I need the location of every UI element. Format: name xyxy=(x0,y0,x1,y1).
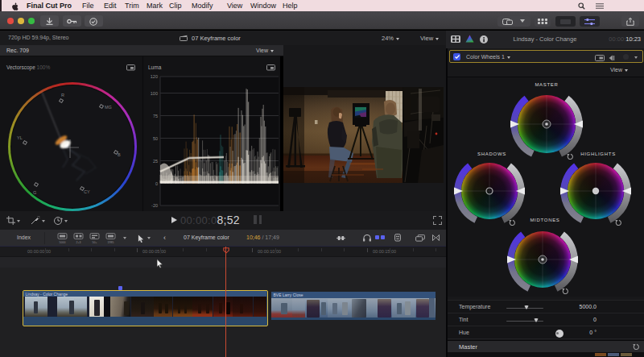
svg-text:MG: MG xyxy=(105,105,112,110)
svg-text:YL: YL xyxy=(17,135,23,140)
svg-text:5000: 5000 xyxy=(60,241,66,244)
svg-text:0: 0 xyxy=(155,181,158,186)
svg-text:B: B xyxy=(118,152,121,157)
svg-text:R: R xyxy=(61,93,64,98)
svg-text:25: 25 xyxy=(153,159,158,164)
svg-text:50+: 50+ xyxy=(93,241,97,244)
svg-text:G: G xyxy=(33,190,36,195)
svg-text:-20: -20 xyxy=(151,203,158,208)
svg-text:1985: 1985 xyxy=(108,241,114,244)
svg-text:2+3: 2+3 xyxy=(76,241,81,244)
svg-text:50: 50 xyxy=(153,136,158,141)
svg-text:75: 75 xyxy=(153,114,158,118)
svg-text:120: 120 xyxy=(151,74,158,79)
svg-text:100: 100 xyxy=(151,91,158,96)
svg-text:CY: CY xyxy=(84,189,90,194)
